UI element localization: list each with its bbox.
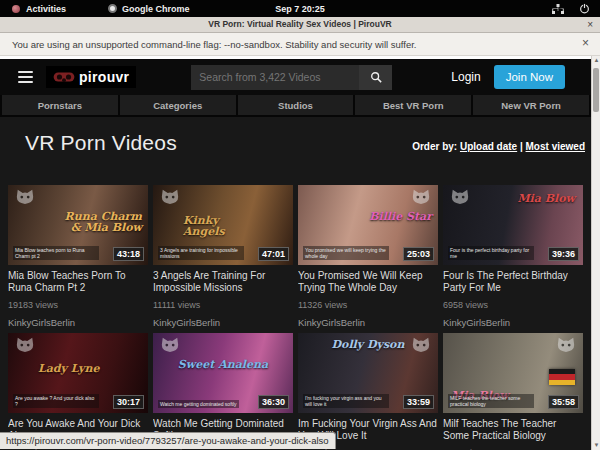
hamburger-menu-icon[interactable] [18,71,33,83]
order-by-upload-date-link[interactable]: Upload date [460,141,517,152]
video-views: 11326 views [298,300,438,310]
search-input[interactable] [191,65,359,90]
thumb-caption: 3 Angels are training for impossible mis… [158,246,244,260]
nav-item-categories[interactable]: Categories [120,95,236,115]
nav-item-studios[interactable]: Studios [238,95,354,115]
nav-item-best-vr-porn[interactable]: Best VR Porn [355,95,471,115]
browser-title-bar: VR Porn: Virtual Reality Sex Videos | Pi… [0,17,600,33]
video-thumb[interactable]: Runa Charm & Mia Blow Mia Blow teaches p… [8,185,148,265]
thumb-overlay-name: Mia Blow [517,193,575,204]
cat-mask-icon [14,188,36,208]
video-card: Mia Blow Four is the perfect birthday pa… [443,185,583,328]
browser-infobar: You are using an unsupported command-lin… [0,33,600,56]
video-views: 6958 views [443,300,583,310]
cat-mask-icon [555,336,577,356]
video-grid: Runa Charm & Mia Blow Mia Blow teaches p… [8,185,591,450]
duration-badge: 47:01 [258,247,289,261]
cat-mask-icon [410,188,432,208]
vr-headset-icon [53,71,75,83]
infobar-close-button[interactable]: × [582,36,589,50]
thumb-caption: Are you awake ? And your dick also ? [13,394,99,408]
thumb-caption: Watch me getting dominated softly [158,400,239,408]
system-top-bar: Activities Google Chrome Sep 7 20:25 [0,0,600,17]
duration-badge: 39:36 [548,247,579,261]
thumb-overlay-name: Billie Star [369,211,432,222]
thumb-overlay-name: Sweet Analena [153,359,293,370]
video-title[interactable]: Four Is The Perfect Birthday Party For M… [443,270,583,293]
site-header: pirouvr Login Join Now [0,59,591,95]
thumb-caption: You promised we will keep trying the who… [303,246,389,260]
video-thumb[interactable]: Lady Lyne Are you awake ? And your dick … [8,333,148,413]
cat-mask-icon [159,336,181,356]
nav-item-pornstars[interactable]: Pornstars [2,95,118,115]
video-views: 19183 views [8,300,148,310]
thumb-caption: MILF teaches the teacher some practical … [448,394,534,408]
page-head: VR Porn Videos Order by: Upload date | M… [0,117,591,185]
site-logo-text: pirouvr [79,69,129,85]
scrollbar-thumb[interactable] [593,68,599,112]
page-viewport: pirouvr Login Join Now PornstarsCategori… [0,56,591,450]
thumb-overlay-name: Runa Charm & Mia Blow [62,211,142,233]
cat-mask-icon [449,188,471,208]
duration-badge: 43:18 [113,247,144,261]
video-studio[interactable]: KinkyGirlsBerlin [153,317,293,328]
status-url-tooltip: https://pirouvr.com/vr-porn-video/779325… [0,432,336,449]
browser-window-title: VR Porn: Virtual Reality Sex Videos | Pi… [0,19,600,29]
thumb-caption: I'm fucking your virgin ass and you will… [303,394,389,408]
duration-badge: 25:03 [403,247,434,261]
scrollbar-up-arrow[interactable]: ▲ [592,56,600,65]
login-link[interactable]: Login [451,70,480,84]
video-title[interactable]: 3 Angels Are Training For Impossible Mis… [153,270,293,293]
video-title[interactable]: Mia Blow Teaches Porn To Runa Charm Pt 2 [8,270,148,293]
duration-badge: 30:17 [113,395,144,409]
system-tray [552,3,600,14]
video-title[interactable]: You Promised We Will Keep Trying The Who… [298,270,438,293]
order-by-label: Order by: [412,141,457,152]
video-views: 11111 views [153,300,293,310]
window-close-button[interactable]: × [587,18,593,32]
video-thumb[interactable]: Billie Star You promised we will keep tr… [298,185,438,265]
video-studio[interactable]: KinkyGirlsBerlin [443,317,583,328]
thumb-overlay-name: Dolly Dyson [298,339,438,350]
clock[interactable]: Sep 7 20:25 [0,4,600,14]
cat-mask-icon [14,336,36,356]
order-by-most-viewed-link[interactable]: Most viewed [526,141,585,152]
german-flag [549,369,575,385]
page-scrollbar[interactable]: ▲ ▼ [591,56,600,450]
infobar-message: You are using an unsupported command-lin… [0,39,417,50]
page-title: VR Porn Videos [25,131,177,155]
duration-badge: 36:30 [258,395,289,409]
video-studio[interactable]: KinkyGirlsBerlin [298,317,438,328]
video-card: Kinky Angels 3 Angels are training for i… [153,185,293,328]
join-now-button[interactable]: Join Now [494,65,565,89]
video-thumb[interactable]: Dolly Dyson I'm fucking your virgin ass … [298,333,438,413]
scrollbar-down-arrow[interactable]: ▼ [592,441,600,450]
search-bar [191,65,392,90]
search-button[interactable] [359,65,392,90]
video-card: Runa Charm & Mia Blow Mia Blow teaches p… [8,185,148,328]
video-card: Mia Blow MILF teaches the teacher some p… [443,333,583,450]
thumb-overlay-name: Lady Lyne [38,363,100,374]
video-studio[interactable]: KinkyGirlsBerlin [8,317,148,328]
search-icon [370,71,382,83]
duration-badge: 35:58 [548,395,579,409]
thumb-caption: Mia Blow teaches porn to Runa Charm pt 2 [13,246,99,260]
network-icon[interactable] [552,4,564,14]
video-thumb[interactable]: Mia Blow MILF teaches the teacher some p… [443,333,583,413]
screen: Activities Google Chrome Sep 7 20:25 VR … [0,0,600,450]
cat-mask-icon [159,188,181,208]
thumb-caption: Four is the perfect birthday party for m… [448,246,534,260]
video-thumb[interactable]: Sweet Analena Watch me getting dominated… [153,333,293,413]
video-card: Billie Star You promised we will keep tr… [298,185,438,328]
main-nav: PornstarsCategoriesStudiosBest VR PornNe… [0,95,591,117]
video-thumb[interactable]: Kinky Angels 3 Angels are training for i… [153,185,293,265]
order-by-controls: Order by: Upload date | Most viewed [412,141,585,152]
order-by-separator: | [520,141,523,152]
site-logo[interactable]: pirouvr [46,66,136,88]
nav-item-new-vr-porn[interactable]: New VR Porn [473,95,589,115]
thumb-overlay-name: Kinky Angels [183,215,263,237]
video-title[interactable]: Milf Teaches The Teacher Some Practical … [443,418,583,441]
power-icon[interactable] [579,3,590,14]
duration-badge: 33:59 [403,395,434,409]
video-thumb[interactable]: Mia Blow Four is the perfect birthday pa… [443,185,583,265]
